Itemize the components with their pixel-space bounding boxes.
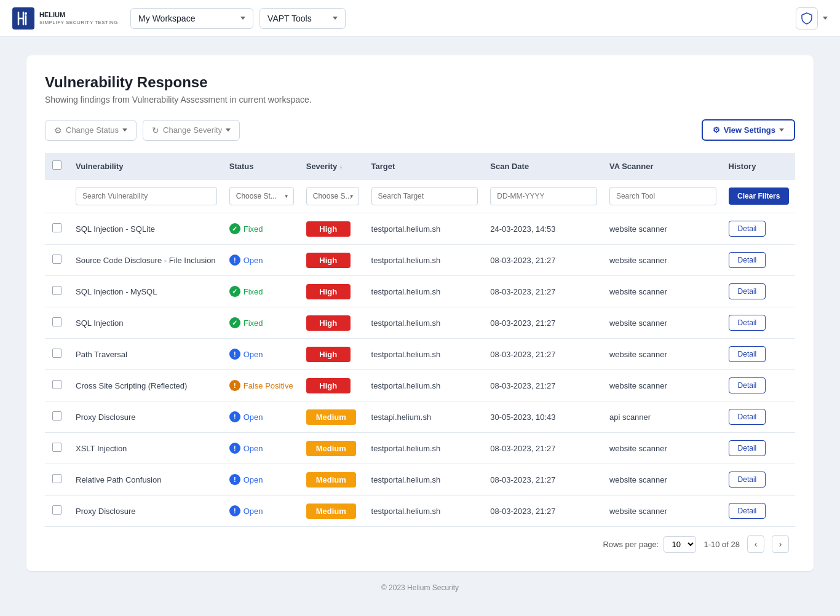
detail-button[interactable]: Detail [729, 283, 766, 299]
vulnerability-cell: Source Code Disclosure - File Inclusion [69, 245, 223, 276]
scan-date-cell: 08-03-2023, 21:27 [484, 464, 603, 496]
next-page-button[interactable]: › [772, 535, 789, 553]
select-all-checkbox[interactable] [52, 160, 61, 170]
detail-button[interactable]: Detail [729, 377, 766, 393]
header-chevron-icon [823, 17, 828, 20]
scan-date-cell: 08-03-2023, 21:27 [484, 339, 603, 370]
vulnerability-cell: Relative Path Confusion [69, 464, 223, 496]
status-cell: ✓ Fixed [223, 213, 300, 245]
table-row: SQL Injection ✓ Fixed Hightestportal.hel… [45, 307, 795, 339]
workspace-label: My Workspace [138, 14, 195, 23]
vapt-dropdown[interactable]: VAPT Tools [260, 8, 346, 29]
helium-logo-icon [12, 7, 34, 30]
severity-badge: High [306, 315, 351, 331]
detail-button[interactable]: Detail [729, 221, 766, 237]
status-badge: ✓ Fixed [229, 223, 263, 234]
history-cell: Detail [723, 433, 795, 464]
table-row: Source Code Disclosure - File Inclusion … [45, 245, 795, 276]
detail-button[interactable]: Detail [729, 503, 766, 519]
detail-button[interactable]: Detail [729, 409, 766, 425]
rows-per-page-select[interactable]: 10 25 50 [664, 536, 696, 553]
change-severity-button[interactable]: ↻ Change Severity [143, 120, 240, 141]
status-icon: ! [229, 474, 240, 485]
scanner-cell: website scanner [603, 464, 723, 496]
row-checkbox[interactable] [52, 474, 61, 483]
status-badge: ! False Positive [229, 380, 293, 391]
vulnerability-column-header: Vulnerability [69, 153, 223, 180]
vapt-label: VAPT Tools [267, 14, 312, 23]
severity-badge: High [306, 284, 351, 299]
change-status-button[interactable]: ⚙ Change Status [45, 120, 137, 141]
shield-button[interactable] [796, 7, 818, 30]
target-cell: testportal.helium.sh [365, 433, 485, 464]
view-settings-button[interactable]: ⚙ View Settings [702, 119, 795, 141]
status-cell: ! Open [223, 433, 300, 464]
target-cell: testportal.helium.sh [365, 245, 485, 276]
status-filter-select[interactable]: Choose St... Fixed Open False Positive [229, 187, 294, 205]
status-cell: ! Open [223, 339, 300, 370]
status-filter-cell: Choose St... Fixed Open False Positive [223, 180, 300, 213]
row-checkbox[interactable] [52, 223, 61, 232]
date-filter-input[interactable] [490, 187, 597, 205]
row-checkbox[interactable] [52, 411, 61, 421]
row-checkbox-cell [45, 339, 69, 370]
scan-date-column-header: Scan Date [484, 153, 603, 180]
prev-page-button[interactable]: ‹ [747, 535, 764, 553]
detail-button[interactable]: Detail [729, 440, 766, 456]
row-checkbox[interactable] [52, 317, 61, 326]
status-badge: ! Open [229, 505, 263, 516]
severity-cell: High [300, 339, 365, 370]
rows-per-page-label: Rows per page: [603, 540, 659, 549]
severity-badge: Medium [306, 441, 356, 456]
status-badge: ! Open [229, 474, 263, 485]
tool-filter-cell [603, 180, 723, 213]
status-cell: ✓ Fixed [223, 276, 300, 307]
row-checkbox[interactable] [52, 349, 61, 358]
workspace-dropdown[interactable]: My Workspace [130, 8, 253, 29]
status-badge: ! Open [229, 349, 263, 360]
severity-filter-select[interactable]: Choose S... High Medium Low [306, 187, 359, 205]
row-checkbox-cell [45, 213, 69, 245]
vulnerability-cell: Cross Site Scripting (Reflected) [69, 370, 223, 401]
row-checkbox[interactable] [52, 443, 61, 452]
toolbar: ⚙ Change Status ↻ Change Severity ⚙ View… [45, 119, 795, 141]
detail-button[interactable]: Detail [729, 346, 766, 362]
target-cell: testportal.helium.sh [365, 307, 485, 339]
status-badge: ✓ Fixed [229, 286, 263, 297]
row-checkbox[interactable] [52, 380, 61, 389]
history-cell: Detail [723, 370, 795, 401]
va-scanner-column-header: VA Scanner [603, 153, 723, 180]
status-badge: ✓ Fixed [229, 317, 263, 328]
workspace-chevron-icon [240, 17, 245, 20]
row-checkbox-cell [45, 370, 69, 401]
detail-button[interactable]: Detail [729, 315, 766, 331]
row-checkbox[interactable] [52, 505, 61, 515]
status-icon: ! [229, 349, 240, 360]
status-cell: ! Open [223, 245, 300, 276]
history-cell: Detail [723, 401, 795, 433]
clear-filters-button[interactable]: Clear Filters [729, 188, 789, 205]
scan-date-cell: 24-03-2023, 14:53 [484, 213, 603, 245]
status-badge: ! Open [229, 443, 263, 454]
severity-badge: High [306, 347, 351, 362]
page-subtitle: Showing findings from Vulnerability Asse… [45, 95, 795, 105]
detail-button[interactable]: Detail [729, 252, 766, 268]
row-checkbox[interactable] [52, 286, 61, 295]
target-cell: testportal.helium.sh [365, 213, 485, 245]
target-cell: testportal.helium.sh [365, 496, 485, 527]
date-filter-cell [484, 180, 603, 213]
detail-button[interactable]: Detail [729, 472, 766, 488]
nav-dropdowns: My Workspace VAPT Tools [130, 8, 796, 29]
table-row: Cross Site Scripting (Reflected) ! False… [45, 370, 795, 401]
severity-cell: High [300, 276, 365, 307]
status-cell: ✓ Fixed [223, 307, 300, 339]
vulnerability-search-input[interactable] [76, 187, 217, 205]
tool-search-input[interactable] [609, 187, 716, 205]
main-content: Vulnerability Response Showing findings … [0, 37, 840, 616]
status-cell: ! Open [223, 401, 300, 433]
status-icon: ✓ [229, 223, 240, 234]
row-checkbox[interactable] [52, 255, 61, 264]
history-cell: Detail [723, 339, 795, 370]
status-cell: ! False Positive [223, 370, 300, 401]
target-search-input[interactable] [371, 187, 478, 205]
